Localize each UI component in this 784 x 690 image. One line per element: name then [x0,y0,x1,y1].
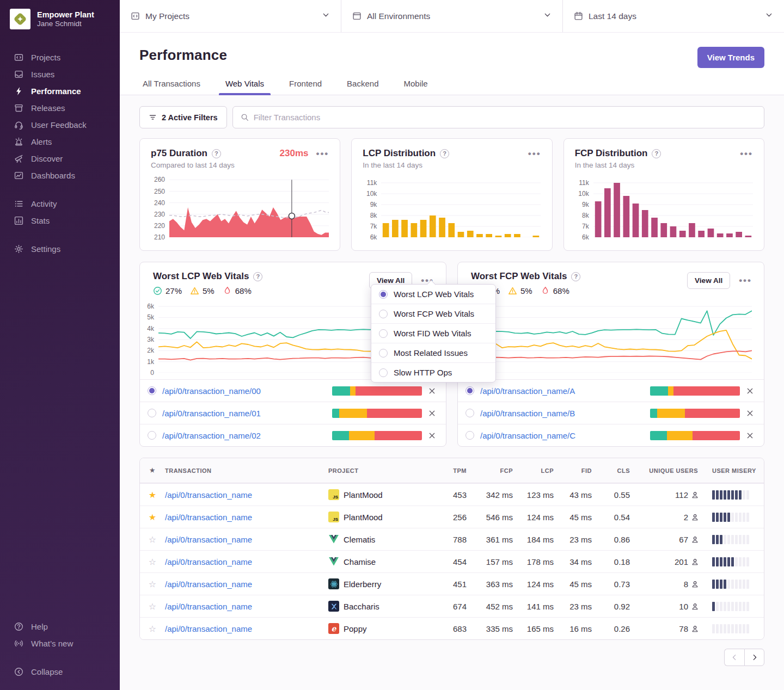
radio-button[interactable] [148,431,156,440]
transaction-link[interactable]: /api/0/transaction_name [165,580,328,589]
transaction-link[interactable]: /api/0/transaction_name [165,624,328,633]
column-header-user-misery[interactable]: User Misery [707,467,764,474]
environment-selector[interactable]: All Environments [341,0,563,32]
menu-item-most-related-issues[interactable]: Most Related Issues [371,343,495,362]
close-icon[interactable] [746,409,754,417]
help-question-icon[interactable]: ? [253,272,262,281]
discover-icon [14,154,23,164]
close-icon[interactable] [428,409,436,417]
menu-item-slow-http-ops[interactable]: Slow HTTP Ops [371,362,495,382]
star-toggle[interactable]: ☆ [140,579,165,589]
active-filters-button[interactable]: 2 Active Filters [139,106,227,128]
help-question-icon[interactable]: ? [212,149,221,158]
poor-stat: 68% [541,286,569,295]
transaction-link[interactable]: /api/0/transaction_name [165,557,328,566]
radio-button[interactable] [148,409,156,417]
column-header-tpm[interactable]: TPM [432,467,475,474]
tpm-value: 674 [432,602,475,611]
transaction-link[interactable]: /api/0/transaction_name/02 [162,431,326,440]
page-title: Performance [139,47,227,64]
sidebar-item-settings[interactable]: Settings [0,241,120,257]
close-icon[interactable] [428,432,436,440]
menu-item-worst-fcp[interactable]: Worst FCP Web Vitals [371,304,495,323]
help-question-icon[interactable]: ? [571,272,580,281]
sidebar-item-user-feedback[interactable]: User Feedback [0,116,120,133]
column-header-lcp[interactable]: LCP [522,467,562,474]
environment-selector-value: All Environments [367,11,430,21]
transaction-link[interactable]: /api/0/transaction_name [165,535,328,544]
radio-button[interactable] [465,386,474,395]
project-selector[interactable]: My Projects [120,0,341,32]
help-question-icon[interactable]: ? [652,149,661,158]
sidebar-collapse-button[interactable]: Collapse [0,663,120,680]
column-header-project[interactable]: Project [328,467,432,474]
help-question-icon[interactable]: ? [440,149,449,158]
sidebar-item-projects[interactable]: Projects [0,49,120,66]
sidebar-item-whats-new[interactable]: What’s new [0,635,120,652]
menu-item-worst-fid[interactable]: Worst FID Web Vitals [371,323,495,343]
tab-backend[interactable]: Backend [340,79,385,95]
sidebar-item-performance[interactable]: Performance [0,83,120,100]
transaction-link[interactable]: /api/0/transaction_name/01 [162,409,326,418]
card-menu-ellipsis[interactable]: ••• [739,276,752,285]
lcp-value: 165 ms [522,624,562,633]
transaction-link[interactable]: /api/0/transaction_name [165,513,328,522]
menu-item-worst-lcp[interactable]: Worst LCP Web Vitals [371,285,495,304]
sidebar-item-releases[interactable]: Releases [0,100,120,116]
sidebar-item-help[interactable]: Help [0,618,120,635]
tab-all-transactions[interactable]: All Transactions [136,79,207,95]
column-header-unique-users[interactable]: Unique Users [639,467,707,474]
sidebar-item-alerts[interactable]: Alerts [0,133,120,150]
star-toggle[interactable]: ☆ [140,601,165,612]
radio-button[interactable] [465,409,474,417]
search-input[interactable] [254,113,756,122]
previous-page-button[interactable] [724,649,744,666]
close-icon[interactable] [746,432,754,440]
card-menu-ellipsis[interactable]: ••• [528,149,541,158]
star-toggle[interactable]: ☆ [140,557,165,567]
topbar: My Projects All Environments Last 14 day… [120,0,784,33]
star-toggle[interactable]: ★ [140,512,165,522]
transaction-link[interactable]: /api/0/transaction_name [165,490,328,500]
column-header-transaction[interactable]: Transaction [165,467,328,474]
column-header-fid[interactable]: FID [562,467,601,474]
star-toggle[interactable]: ☆ [140,534,165,545]
sidebar-item-activity[interactable]: Activity [0,195,120,212]
lcp-value: 184 ms [522,535,562,544]
user-misery-cell [707,513,764,522]
date-range-selector[interactable]: Last 14 days [563,0,784,32]
menu-item-label: Worst FCP Web Vitals [394,309,474,318]
star-header-icon[interactable]: ★ [140,467,165,474]
radio-button [379,310,388,318]
sidebar-item-discover[interactable]: Discover [0,150,120,167]
table-header-row: ★ Transaction Project TPM FCP LCP FID CL… [140,458,764,483]
radio-button[interactable] [148,386,156,395]
transaction-link[interactable]: /api/0/transaction_name/B [480,409,644,418]
sidebar-item-dashboards[interactable]: Dashboards [0,167,120,184]
column-header-cls[interactable]: CLS [601,467,639,474]
transaction-link[interactable]: /api/0/transaction_name [165,602,328,611]
chart-type-dropdown-menu: Worst LCP Web Vitals Worst FCP Web Vital… [371,284,496,383]
tab-web-vitals[interactable]: Web Vitals [219,79,271,95]
sidebar-item-issues[interactable]: Issues [0,66,120,83]
y-axis: 11k10k9k8k7k6k [363,176,381,237]
tab-frontend[interactable]: Frontend [283,79,328,95]
column-header-fcp[interactable]: FCP [475,467,522,474]
view-trends-button[interactable]: View Trends [697,47,764,68]
next-page-button[interactable] [744,649,764,666]
transaction-link[interactable]: /api/0/transaction_name/C [480,431,644,440]
star-toggle[interactable]: ☆ [140,624,165,634]
transaction-link[interactable]: /api/0/transaction_name/A [480,386,644,396]
close-icon[interactable] [746,387,754,395]
star-toggle[interactable]: ★ [140,490,165,500]
card-menu-ellipsis[interactable]: ••• [740,149,753,158]
tab-mobile[interactable]: Mobile [397,79,434,95]
sidebar-item-stats[interactable]: Stats [0,212,120,229]
radio-button[interactable] [465,431,474,440]
transaction-link[interactable]: /api/0/transaction_name/00 [162,386,326,396]
close-icon[interactable] [428,387,436,395]
org-switcher[interactable]: Empower Plant Jane Schmidt [0,9,120,29]
view-all-button[interactable]: View All [687,272,730,289]
poor-stat: 68% [223,286,252,295]
card-menu-ellipsis[interactable]: ••• [316,149,329,158]
